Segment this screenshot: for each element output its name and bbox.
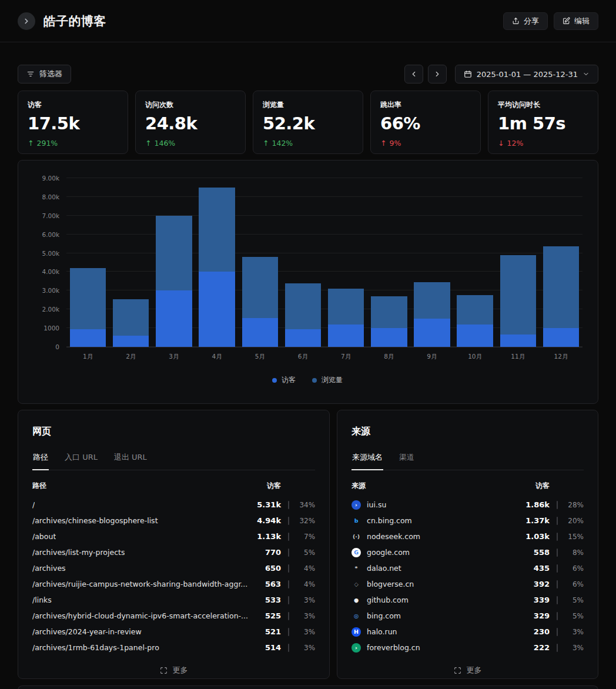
row-percent: 3% [295,628,315,636]
pageviews-bar[interactable] [500,255,536,347]
stat-card: 跳出率66%↑9% [370,91,481,154]
table-row[interactable]: /archives/2024-year-in-review5213% [32,624,315,640]
row-label-text: google.com [367,548,410,557]
value-percent-divider [288,580,289,588]
row-label-text: blogverse.cn [367,580,414,588]
table-row[interactable]: *dalao.net4356% [351,560,584,576]
table-row[interactable]: /archives/hybrid-cloud-dynamic-ipv6-smar… [32,608,315,624]
y-axis-label: 6.00k [42,231,59,238]
y-axis-label: 8.00k [42,193,59,200]
bar-group [410,178,453,347]
visitors-bar[interactable] [543,328,579,347]
tab[interactable]: 渠道 [399,449,415,470]
row-value: 1.13k [248,532,281,541]
stat-card: 浏览量52.2k↑142% [253,91,363,154]
date-range-picker[interactable]: 2025-01-01 — 2025-12-31 [455,65,598,83]
share-button[interactable]: 分享 [503,12,548,30]
table-row[interactable]: bcn.bing.com1.37k20% [351,513,584,529]
value-percent-divider [288,644,289,652]
table-row[interactable]: ◎bing.com3295% [351,608,584,624]
row-label: /about [32,532,248,541]
chevron-right-icon [433,70,441,78]
row-label-text: /archives/ruijie-campus-network-sharing-… [32,580,247,588]
visitors-bar[interactable] [328,325,364,347]
visitors-bar[interactable] [414,319,450,347]
value-percent-divider [557,517,558,525]
bar-group [282,178,324,347]
stat-value: 66% [380,113,471,133]
table-row[interactable]: Ggoogle.com5588% [351,544,584,560]
row-value: 563 [248,580,281,588]
row-label-text: /archives/list-my-projects [32,548,125,557]
share-icon [512,17,520,25]
row-percent: 7% [295,533,315,541]
legend-item[interactable]: 浏览量 [312,375,343,385]
row-percent: 32% [295,517,315,525]
stat-card: 访客17.5k↑291% [18,91,128,154]
y-axis-label: 2.00k [42,306,59,313]
row-value: 558 [517,548,550,557]
table-row[interactable]: /archives/1rmb-61days-1panel-pro5143% [32,640,315,655]
row-value: 1.37k [517,516,550,525]
visitors-bar[interactable] [371,328,407,347]
table-row[interactable]: /about1.13k7% [32,529,315,544]
table-row[interactable]: /archives6504% [32,560,315,576]
visitors-bar[interactable] [156,290,192,347]
legend-dot [312,378,317,383]
row-value: 5.31k [248,500,281,509]
visitors-bar[interactable] [285,329,321,347]
table-row[interactable]: /links5333% [32,592,315,608]
visitors-bar[interactable] [199,272,235,347]
table-row[interactable]: Hhalo.run2303% [351,624,584,640]
row-value: 514 [248,643,281,652]
value-percent-divider [557,580,558,588]
toolbar: 筛选器 2025-01-01 — 2025-12-31 [18,65,598,83]
x-axis-label: 10月 [454,353,497,361]
row-label: / [32,500,248,509]
visitors-bar[interactable] [70,329,106,347]
legend-item[interactable]: 访客 [272,375,296,385]
more-button[interactable]: 更多 [447,661,489,679]
row-label: /archives/list-my-projects [32,548,248,557]
table-row[interactable]: ●github.com3395% [351,592,584,608]
column-header-right: 访客 [248,481,281,491]
table-row[interactable]: /5.31k34% [32,497,315,513]
tab[interactable]: 入口 URL [64,449,98,470]
stat-change-value: 12% [507,139,523,148]
table-row[interactable]: ›iui.su1.86k28% [351,497,584,513]
header-actions: 分享 编辑 [503,12,598,30]
stat-change-value: 9% [389,139,401,148]
more-button[interactable]: 更多 [153,661,195,679]
filter-button[interactable]: 筛选器 [18,65,71,83]
row-label-text: github.com [367,596,409,604]
visitors-bar[interactable] [242,318,278,347]
table-row[interactable]: (·)nodeseek.com1.03k15% [351,529,584,544]
tab[interactable]: 退出 URL [113,449,148,470]
y-axis-label: 4.00k [42,268,59,275]
stat-change: ↑291% [28,139,118,148]
table-row[interactable]: /archives/ruijie-campus-network-sharing-… [32,576,315,592]
table-row[interactable]: ◇blogverse.cn3926% [351,576,584,592]
site-favicon-icon: H [351,627,361,637]
prev-period-button[interactable] [404,65,423,83]
tab[interactable]: 路径 [32,449,49,470]
visitors-bar[interactable] [457,325,493,347]
tab[interactable]: 来源域名 [351,449,383,470]
table-row[interactable]: /archives/chinese-blogosphere-list4.94k3… [32,513,315,529]
y-axis-label: 7.00k [42,212,59,219]
row-label: /archives/2024-year-in-review [32,627,248,636]
edit-button[interactable]: 编辑 [554,12,598,30]
row-value: 435 [517,564,550,573]
table-header: 路径 访客 [32,481,315,497]
row-label: ●github.com [351,596,517,605]
legend-label: 浏览量 [322,375,343,385]
stat-card: 访问次数24.8k↑146% [135,91,246,154]
table-row[interactable]: /archives/list-my-projects7705% [32,544,315,560]
x-axis-label: 11月 [497,353,540,361]
value-percent-divider [288,533,289,541]
next-period-button[interactable] [428,65,447,83]
visitors-bar[interactable] [113,336,149,347]
table-row[interactable]: ›foreverblog.cn2223% [351,640,584,655]
visitors-bar[interactable] [500,335,536,347]
row-label: /archives/hybrid-cloud-dynamic-ipv6-smar… [32,611,248,620]
